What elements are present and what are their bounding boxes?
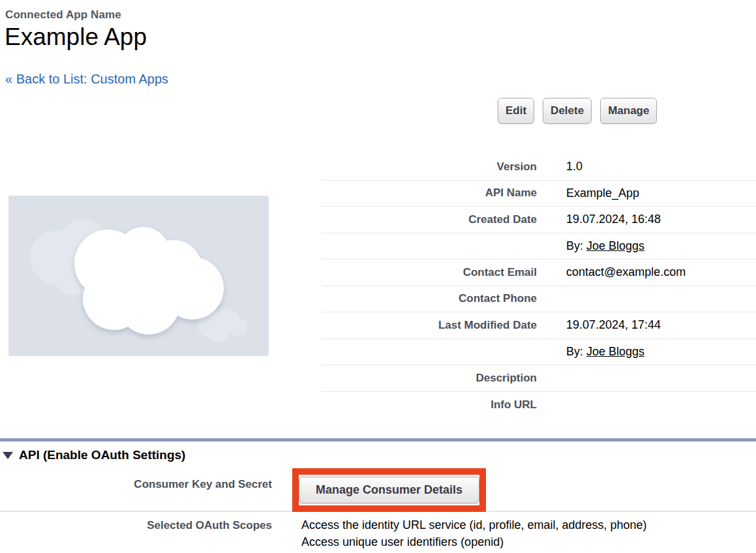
selected-oauth-scopes-label: Selected OAuth Scopes: [0, 519, 272, 532]
detail-row-last-modified: Last Modified Date 19.07.2024, 17:44: [322, 312, 756, 339]
detail-row-modified-by: By: Joe Bloggs: [322, 339, 756, 366]
field-value: 1.0: [537, 160, 582, 173]
field-label: Info URL: [322, 398, 537, 411]
entity-type-label: Connected App Name: [5, 8, 121, 22]
field-value: 19.07.2024, 17:44: [537, 318, 661, 332]
collapse-triangle-icon[interactable]: [3, 452, 13, 459]
field-label: Created Date: [322, 213, 537, 226]
detail-row-contact-email: Contact Email contact@example.com: [322, 260, 756, 286]
oauth-scope-item: Access the identity URL service (id, pro…: [301, 516, 647, 533]
field-label: Last Modified Date: [322, 319, 537, 332]
detail-row-created-by: By: Joe Bloggs: [322, 233, 756, 260]
field-value: 19.07.2024, 16:48: [537, 213, 661, 226]
field-value: By: Joe Bloggs: [537, 345, 644, 359]
field-label: Description: [322, 372, 537, 385]
oauth-section-title: API (Enable OAuth Settings): [19, 448, 185, 462]
page-title: Example App: [5, 23, 147, 51]
oauth-scopes-list: Access the identity URL service (id, pro…: [301, 516, 647, 550]
by-prefix: By:: [566, 239, 586, 252]
detail-row-api-name: API Name Example_App: [322, 181, 756, 207]
field-label: Version: [322, 160, 537, 173]
field-label: API Name: [322, 187, 537, 200]
by-prefix: By:: [566, 345, 586, 358]
field-value: contact@example.com: [537, 265, 686, 279]
consumer-key-secret-label: Consumer Key and Secret: [0, 478, 272, 491]
detail-row-created-date: Created Date 19.07.2024, 16:48: [322, 207, 756, 233]
section-divider-bar: [0, 438, 756, 441]
toolbar: Edit Delete Manage: [498, 98, 657, 124]
created-by-user-link[interactable]: Joe Bloggs: [586, 239, 644, 252]
cloud-icon: [8, 196, 269, 356]
edit-button[interactable]: Edit: [498, 98, 534, 124]
connected-app-detail-page: Connected App Name Example App « Back to…: [0, 0, 756, 553]
oauth-section-header: API (Enable OAuth Settings): [3, 448, 185, 462]
modified-by-user-link[interactable]: Joe Bloggs: [586, 345, 644, 358]
app-logo-image: [8, 196, 269, 356]
delete-button[interactable]: Delete: [543, 98, 592, 124]
field-label: Contact Phone: [322, 292, 537, 305]
manage-button[interactable]: Manage: [600, 98, 657, 124]
field-value: By: Joe Bloggs: [537, 239, 644, 253]
field-value: Example_App: [537, 187, 639, 200]
detail-row-version: Version 1.0: [322, 154, 756, 181]
manage-consumer-details-button[interactable]: Manage Consumer Details: [299, 477, 479, 503]
detail-row-description: Description: [322, 365, 756, 392]
back-to-list-link[interactable]: « Back to List: Custom Apps: [5, 72, 168, 87]
red-highlight-annotation: Manage Consumer Details: [292, 468, 486, 512]
detail-row-info-url: Info URL: [322, 392, 756, 419]
field-label: Contact Email: [322, 266, 537, 279]
detail-table: Version 1.0 API Name Example_App Created…: [322, 154, 756, 418]
oauth-scope-item: Access unique user identifiers (openid): [301, 533, 647, 550]
detail-row-contact-phone: Contact Phone: [322, 286, 756, 313]
